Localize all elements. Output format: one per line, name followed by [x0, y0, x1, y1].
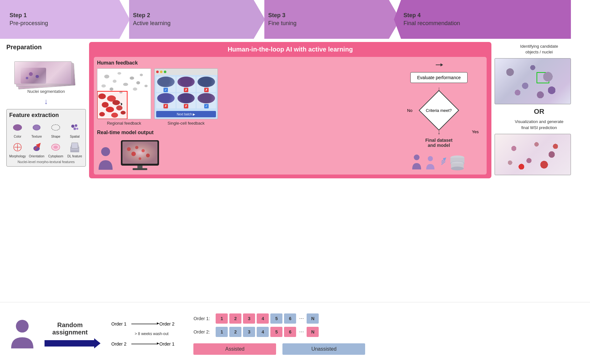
step-2: Step 2 Active learning	[123, 0, 265, 39]
svg-point-31	[98, 93, 106, 99]
seq-box-2-4: 4	[257, 327, 269, 337]
green-rect	[537, 72, 549, 83]
order-1-line	[131, 324, 157, 324]
morphology-icon	[11, 141, 24, 154]
feature-box-label: Nuclei-level morpho-textural features	[9, 160, 83, 164]
dot-red	[156, 71, 159, 73]
svg-point-39	[121, 111, 126, 114]
feature-texture-label: Texture	[31, 135, 42, 138]
svg-point-14	[53, 146, 58, 149]
svg-point-25	[101, 84, 106, 87]
svg-rect-44	[122, 141, 157, 164]
check-6: ✓	[204, 104, 209, 108]
feature-spatial: Spatial	[66, 121, 83, 138]
bottom-section: Random assignment Order 1 Order 2 > 8 we…	[0, 302, 590, 364]
regional-feedback-label: Regional feedback	[97, 121, 151, 126]
ra-arrow	[45, 340, 95, 347]
seq-dots-1: ···	[298, 315, 305, 322]
check-4: ✗	[163, 104, 168, 108]
center-panel: Human-in-the-loop AI with active learnin…	[89, 42, 491, 297]
single-cell-feedback-img: ✓ ✗ ✗	[154, 68, 218, 119]
left-arrow-icon	[434, 60, 444, 70]
scf-cell-4: ✗	[156, 93, 176, 109]
svg-point-7	[76, 128, 78, 130]
svg-point-41	[101, 147, 110, 156]
seq-box-2-1: 1	[216, 327, 228, 337]
svg-point-2	[34, 125, 39, 130]
cylinder-stack	[438, 152, 467, 171]
assisted-label: Assisted	[225, 346, 244, 352]
preparation-arrow: ↓	[6, 97, 86, 106]
svg-point-23	[123, 83, 128, 86]
person-small-1	[411, 154, 422, 171]
svg-point-18	[104, 75, 109, 79]
order-2-label: Order 2	[159, 321, 174, 326]
svg-point-4	[71, 125, 74, 128]
svg-point-38	[111, 113, 118, 118]
spatial-icon	[68, 121, 81, 134]
feature-morphology-label: Morphology	[9, 155, 26, 158]
svg-marker-54	[441, 63, 443, 66]
legend-row: Assisted Unassisted	[193, 343, 365, 355]
feature-cytoplasm-label: Cytoplasm	[48, 155, 63, 158]
svg-point-48	[142, 149, 145, 152]
scf-cell-1: ✓	[156, 77, 176, 92]
next-batch-button[interactable]: Next batch ▶	[156, 111, 216, 117]
shape-icon	[49, 121, 62, 134]
feature-spatial-label: Spatial	[70, 135, 80, 138]
no-label: No	[407, 108, 413, 113]
svg-point-62	[451, 167, 464, 170]
order-flow: Order 1 Order 2 > 8 weeks wash-out Order…	[111, 321, 174, 347]
eval-performance-box: Evaluate performance	[410, 72, 468, 83]
svg-rect-52	[133, 168, 147, 170]
unassisted-label: Unassisted	[311, 346, 337, 352]
order-1-seq-label: Order 1:	[193, 316, 214, 321]
seq-box-2-3: 3	[243, 327, 255, 337]
order-1-seq: Order 1: 1 2 3 4 5 6 ··· N	[193, 313, 365, 324]
feature-orientation-label: Orientation	[29, 155, 45, 158]
svg-point-0	[13, 124, 22, 131]
seq-box-1-3: 3	[243, 313, 255, 324]
main-content: Preparation Nuclei segmentation ↓ Featur…	[0, 39, 590, 300]
feature-title: Feature extraction	[9, 112, 83, 119]
seq-box-1-1: 1	[216, 313, 228, 324]
feature-orientation: Orientation	[28, 141, 45, 158]
step-3-label: Fine tuning	[268, 20, 296, 26]
feature-shape-label: Shape	[51, 135, 60, 138]
step-1-label: Pre-processing	[10, 20, 48, 26]
svg-rect-17	[72, 143, 78, 148]
dot-green	[164, 71, 166, 73]
feedback-section: Human feedback	[97, 60, 391, 171]
preparation-title: Preparation	[6, 44, 86, 51]
svg-point-11	[33, 146, 40, 151]
svg-point-34	[112, 100, 120, 105]
feature-dl: DL feature	[66, 141, 83, 158]
svg-point-63	[16, 320, 29, 333]
seq-dots-2: ···	[298, 328, 305, 335]
seq-box-1-n: N	[307, 313, 319, 324]
hitl-inner: Human feedback	[94, 57, 487, 175]
hitl-box: Human-in-the-loop AI with active learnin…	[89, 42, 491, 178]
svg-point-55	[414, 155, 420, 160]
step-4-label: Final recommendation	[403, 20, 460, 26]
order-2-seq-label: Order 2:	[193, 329, 214, 334]
scf-cell-6: ✓	[197, 93, 216, 109]
person-small-2	[426, 155, 435, 171]
step-2-label: Active learning	[133, 20, 170, 26]
human-feedback-label: Human feedback	[97, 60, 391, 66]
seq-box-1-4: 4	[257, 313, 269, 324]
order-2b-label: Order 2	[111, 341, 129, 347]
order-sequences: Order 1: 1 2 3 4 5 6 ··· N Order 2: 1 2 …	[193, 313, 365, 355]
check-1: ✓	[163, 88, 168, 92]
seq-box-1-5: 5	[270, 313, 282, 324]
svg-point-24	[136, 81, 140, 85]
order-1b-label: Order 1	[159, 341, 174, 347]
nuclei-label: Nuclei segmentation	[27, 89, 65, 94]
order-1-label: Order 1	[111, 321, 129, 326]
seq-box-2-2: 2	[229, 327, 241, 337]
svg-point-19	[117, 72, 121, 75]
order-2-row: Order 2 Order 1	[111, 341, 174, 347]
svg-point-47	[131, 152, 136, 156]
svg-point-37	[99, 112, 105, 116]
order-1-row: Order 1 Order 2	[111, 321, 174, 326]
